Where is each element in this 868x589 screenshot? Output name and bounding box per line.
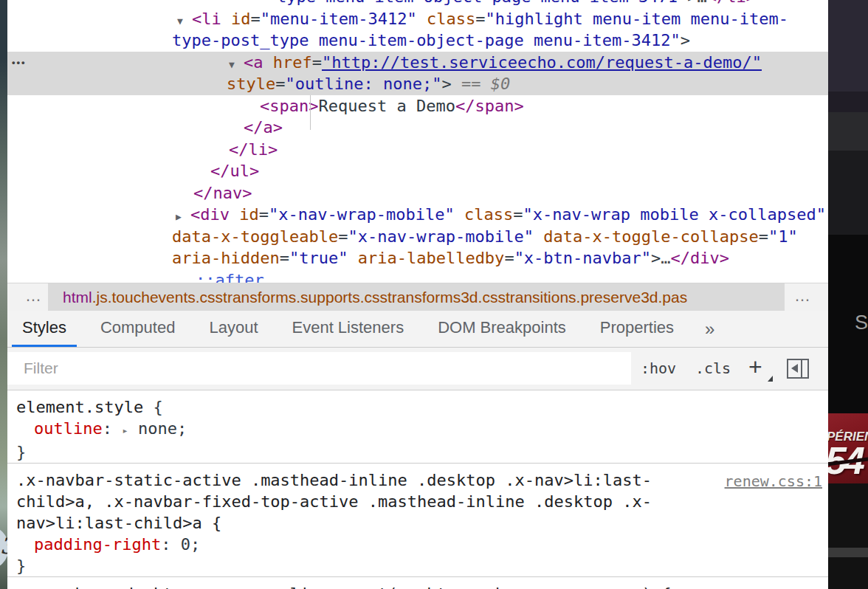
- code-token-tag: </li>: [707, 0, 756, 6]
- code-token-plain: =: [513, 205, 523, 224]
- code-token-plain: =: [312, 53, 322, 72]
- code-token-tag: </li>: [229, 140, 278, 159]
- code-token-val: "x-nav-wrap-mobile": [348, 227, 534, 246]
- tab-computed[interactable]: Computed: [90, 311, 186, 347]
- style-line[interactable]: element.style {: [7, 396, 828, 418]
- code-token-ellip: …: [698, 0, 707, 6]
- dom-row-div-mobile-open[interactable]: ▶<div id="x-nav-wrap-mobile" class="x-na…: [7, 204, 828, 226]
- code-token-val: "x-nav-wrap-mobile": [269, 205, 455, 224]
- dom-row-anchor-close[interactable]: </a>: [7, 117, 828, 139]
- code-token-val: "highlight menu-item menu-item-: [485, 10, 788, 28]
- dom-row-li-3471-end[interactable]: type menu-item-object-page menu-item-347…: [7, 0, 828, 8]
- pane-arrow-left-icon: [791, 364, 798, 373]
- code-token-plain: [348, 249, 357, 267]
- code-token-tag: </nav>: [193, 184, 252, 202]
- code-token-plain: [455, 205, 464, 224]
- tab-layout[interactable]: Layout: [199, 311, 268, 347]
- style-line[interactable]: padding-right: 0;: [7, 534, 828, 555]
- dom-row-after-pseudo[interactable]: ::after: [7, 269, 828, 283]
- rule-element-style[interactable]: element.style {outline: ▸ none;}: [7, 390, 828, 464]
- stylesheet-source-link[interactable]: renew.css:1: [725, 471, 822, 492]
- code-token-plain: : 0;: [161, 535, 200, 554]
- href-link[interactable]: "http://test.serviceecho.com/request-a-d…: [322, 53, 762, 72]
- code-token-plain: [230, 205, 239, 224]
- dom-row-nav-close[interactable]: </nav>: [7, 182, 828, 204]
- dom-row-span[interactable]: <span>Request a Demo</span>: [7, 95, 828, 117]
- behind-gray-bar: [828, 548, 868, 557]
- dom-row-div-mobile-wrap1[interactable]: data-x-toggleable="x-nav-wrap-mobile" da…: [7, 226, 828, 248]
- style-line[interactable]: }: [7, 441, 828, 463]
- tab-dom-breakpoints[interactable]: DOM Breakpoints: [427, 311, 576, 347]
- dom-row-anchor-open[interactable]: ▼<a href="http://test.serviceecho.com/re…: [7, 52, 828, 74]
- code-token-plain: >: [441, 75, 461, 93]
- toggle-element-state-button[interactable]: :hov: [641, 348, 676, 389]
- dom-row-div-mobile-wrap2[interactable]: aria-hidden="true" aria-labelledby="x-bt…: [7, 247, 828, 269]
- code-token-plain: :: [103, 419, 123, 438]
- dom-row-li-3412-open[interactable]: ▼<li id="menu-item-3412" class="highligh…: [7, 8, 828, 30]
- dom-row-ul-close[interactable]: </ul>: [7, 160, 828, 182]
- styles-filter-bar: :hov .cls +: [7, 348, 828, 390]
- code-token-arrow: ▼: [177, 10, 192, 30]
- stylesheet-source-link[interactable]: (index):93: [734, 585, 822, 589]
- tab-styles[interactable]: Styles: [12, 311, 77, 347]
- breadcrumb-tag-name: html: [63, 289, 92, 306]
- code-token-plain: >: [681, 31, 690, 49]
- style-line[interactable]: }: [7, 555, 828, 576]
- node-menu-dots-icon[interactable]: •••: [12, 52, 27, 74]
- dom-row-li-3412-wrap[interactable]: type-post_type menu-item-object-page men…: [7, 30, 828, 52]
- code-token-sel: .x-navbar .desktop .x-nav > li > a:not(.…: [16, 585, 671, 589]
- dom-row-anchor-style[interactable]: style="outline: none;"> == $0: [7, 73, 828, 95]
- code-token-plain: =: [504, 249, 514, 267]
- elements-tree-rows: type menu-item-object-page menu-item-347…: [7, 0, 828, 283]
- new-style-rule-button[interactable]: +: [748, 348, 762, 386]
- style-line[interactable]: child>a, .x-navbar-fixed-top-active .mas…: [7, 491, 828, 512]
- code-token-sel: child>a, .x-navbar-fixed-top-active .mas…: [16, 492, 652, 511]
- code-token-val: "x-nav-wrap mobile x-collapsed": [523, 205, 826, 224]
- code-token-attr: data-x-toggle-collapse: [543, 227, 758, 246]
- filter-input[interactable]: [7, 352, 631, 385]
- code-token-tri: ▸: [122, 424, 128, 436]
- dom-row-li-close[interactable]: </li>: [7, 139, 828, 161]
- style-line[interactable]: .x-navbar .desktop .x-nav > li > a:not(.…: [7, 583, 828, 589]
- code-token-plain: [417, 10, 427, 28]
- code-token-val: type menu-item-object-page menu-item-347…: [277, 0, 687, 6]
- breadcrumb-crumb-html[interactable]: html.js.touchevents.csstransforms.suppor…: [48, 283, 785, 311]
- rule-x-navbar-last-child[interactable]: .x-navbar-static-active .masthead-inline…: [7, 464, 828, 577]
- code-token-ellip: …: [661, 249, 670, 267]
- code-token-val: type-post_type menu-item-object-page men…: [172, 31, 681, 49]
- code-token-attr: href: [273, 53, 312, 72]
- rule-x-navbar-not-woocommerce[interactable]: .x-navbar .desktop .x-nav > li > a:not(.…: [7, 577, 828, 589]
- style-line[interactable]: outline: ▸ none;: [7, 418, 828, 441]
- code-token-prop: outline: [34, 419, 103, 438]
- tab-event-listeners[interactable]: Event Listeners: [282, 311, 415, 347]
- code-token-plain: >: [651, 249, 661, 267]
- code-token-val: "menu-item-3412": [261, 10, 417, 28]
- code-token-plain: {: [143, 398, 163, 416]
- code-token-plain: =: [275, 75, 285, 93]
- more-tabs-chevron-icon[interactable]: »: [698, 311, 722, 347]
- new-style-rule-dropdown-corner: [768, 376, 773, 382]
- code-token-val: "true": [289, 249, 348, 267]
- style-line[interactable]: nav>li:last-child>a {: [7, 512, 828, 534]
- style-line[interactable]: .x-navbar-static-active .masthead-inline…: [7, 469, 828, 491]
- code-token-sel: nav>li:last-child>a {: [16, 514, 221, 532]
- code-token-plain: }: [16, 443, 26, 461]
- breadcrumb-overflow-left[interactable]: …: [25, 283, 42, 309]
- code-token-tag: </span>: [455, 97, 524, 115]
- breadcrumb-overflow-right[interactable]: …: [794, 283, 811, 309]
- code-token-plain: =: [280, 249, 289, 267]
- code-token-plain: [264, 53, 273, 72]
- page-behind-right-strip: S PÉRIEN 54: [828, 0, 868, 589]
- code-token-tag: </a>: [244, 118, 283, 137]
- code-token-val: "1": [768, 227, 798, 246]
- behind-segment: [828, 483, 868, 589]
- code-token-arrow: ▶: [176, 206, 190, 226]
- breadcrumb: … html.js.touchevents.csstransforms.supp…: [7, 283, 828, 311]
- element-classes-button[interactable]: .cls: [695, 348, 731, 389]
- code-token-sel: element.style: [16, 398, 143, 416]
- code-token-plain: =: [259, 205, 269, 224]
- tab-properties[interactable]: Properties: [590, 311, 684, 347]
- toggle-sidebar-pane-icon[interactable]: [787, 359, 809, 379]
- code-token-plain: =: [759, 227, 768, 246]
- elements-tree[interactable]: type menu-item-object-page menu-item-347…: [7, 0, 828, 283]
